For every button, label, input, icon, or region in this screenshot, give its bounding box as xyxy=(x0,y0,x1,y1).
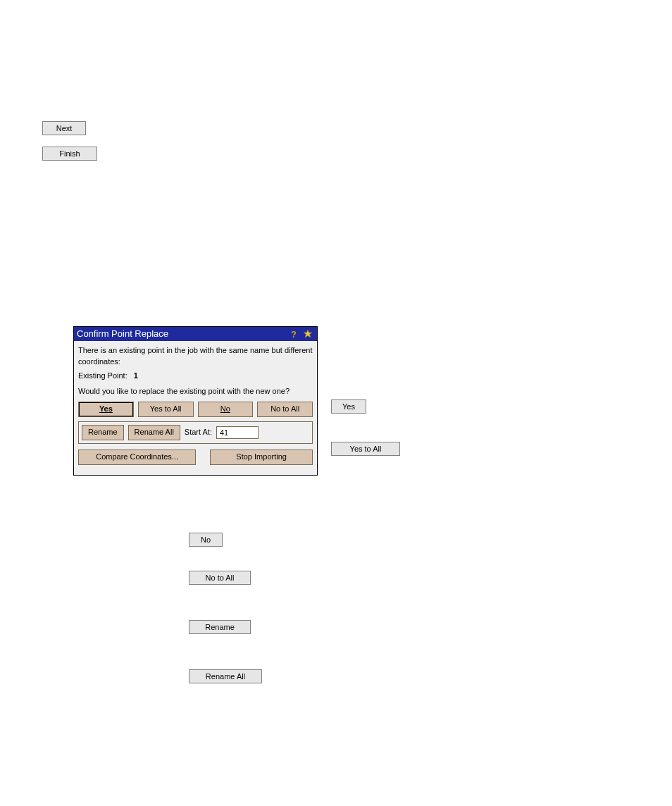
after-dialog-block: No No to All Rename Rename All xyxy=(189,528,618,688)
next-line: Next xyxy=(42,121,647,135)
yes-button-inline[interactable]: Yes xyxy=(331,399,366,414)
help-icon[interactable]: ? xyxy=(287,328,300,340)
spacer xyxy=(42,165,647,292)
confirm-point-replace-dialog: Confirm Point Replace ? There is an exis… xyxy=(73,326,318,476)
page: Next Finish Confirm Point Replace ? Ther… xyxy=(0,0,672,806)
yes-button[interactable]: Yes xyxy=(78,402,134,417)
side-buttons: Yes Yes to All xyxy=(331,395,669,456)
start-at-input[interactable] xyxy=(216,426,259,439)
dialog-client: There is an existing point in the job wi… xyxy=(74,341,317,475)
no-button-inline[interactable]: No xyxy=(189,533,223,547)
existing-point-value: 1 xyxy=(134,371,138,380)
existing-point-label: Existing Point: xyxy=(78,371,127,380)
start-at-label: Start At: xyxy=(185,427,212,438)
yes-button-label: Yes xyxy=(99,404,113,413)
no-button[interactable]: No xyxy=(198,402,254,417)
stop-importing-button[interactable]: Stop Importing xyxy=(210,450,313,465)
dialog-title: Confirm Point Replace xyxy=(77,328,286,341)
star-icon[interactable] xyxy=(301,328,314,340)
dialog-row-bottom: Compare Coordinates... Stop Importing xyxy=(78,450,313,465)
no-to-all-button[interactable]: No to All xyxy=(257,402,313,417)
dialog-titlebar: Confirm Point Replace ? xyxy=(74,327,317,341)
rename-button-inline[interactable]: Rename xyxy=(189,620,251,634)
compare-coordinates-button[interactable]: Compare Coordinates... xyxy=(78,450,196,465)
dialog-message: There is an existing point in the job wi… xyxy=(78,345,313,368)
dialog-row-answers: Yes Yes to All No No to All xyxy=(78,402,313,417)
existing-point-line: Existing Point: 1 xyxy=(78,371,313,382)
svg-marker-1 xyxy=(304,330,312,337)
no-button-label: No xyxy=(220,404,230,413)
no-to-all-button-inline[interactable]: No to All xyxy=(189,571,251,585)
yes-to-all-button-inline[interactable]: Yes to All xyxy=(331,442,400,456)
next-button-inline[interactable]: Next xyxy=(42,121,86,135)
rename-all-button-inline[interactable]: Rename All xyxy=(189,669,262,683)
yes-to-all-button[interactable]: Yes to All xyxy=(138,402,194,417)
no-line: No xyxy=(189,533,618,547)
svg-text:?: ? xyxy=(291,329,297,339)
spacer xyxy=(42,21,647,117)
rename-all-button[interactable]: Rename All xyxy=(128,425,180,440)
dialog-question: Would you like to replace the existing p… xyxy=(78,386,313,397)
finish-button-inline[interactable]: Finish xyxy=(42,147,97,161)
rename-box: Rename Rename All Start At: xyxy=(78,421,313,444)
renameall-line: Rename All xyxy=(189,669,618,683)
rename-line: Rename xyxy=(189,620,618,634)
noall-line: No to All xyxy=(189,571,618,585)
finish-line: Finish xyxy=(42,147,647,161)
rename-button[interactable]: Rename xyxy=(82,425,124,440)
